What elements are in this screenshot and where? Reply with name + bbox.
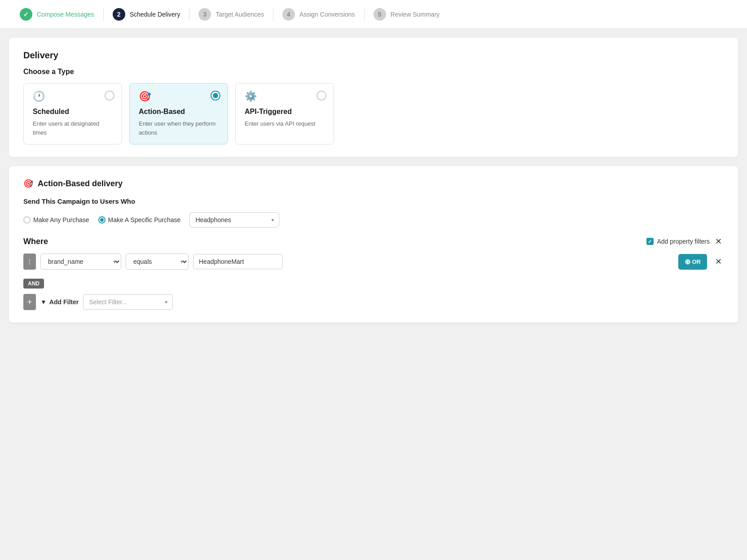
action-based-icon: 🎯 [139,91,219,102]
add-filter-text: Add Filter [49,298,79,306]
api-triggered-desc: Enter users via API request [245,119,325,128]
scheduled-radio[interactable] [105,91,114,101]
specific-purchase-label: Make A Specific Purchase [108,216,181,223]
main-content: Delivery Choose a Type 🕐 Scheduled Enter… [0,29,747,332]
scheduled-name: Scheduled [33,108,113,116]
property-filters-close[interactable]: ✕ [713,236,724,246]
scheduled-icon: 🕐 [33,91,113,102]
add-filter-icon-btn[interactable]: + [23,294,36,310]
select-filter-dropdown[interactable]: Select Filter... [83,294,173,310]
funnel-icon: ▼ [40,298,47,306]
any-purchase-circle [23,216,31,223]
step1-circle: ✓ [20,8,32,21]
api-triggered-name: API-Triggered [245,108,325,116]
delivery-type-action-based[interactable]: 🎯 Action-Based Enter user when they perf… [129,83,228,144]
step3-circle: 3 [198,8,211,21]
delivery-card: Delivery Choose a Type 🕐 Scheduled Enter… [9,38,738,157]
property-filters-row: Add property filters ✕ [646,236,724,246]
step4-circle: 4 [282,8,295,21]
step5-circle: 5 [374,8,386,21]
action-based-radio[interactable] [211,91,220,101]
action-based-desc: Enter user when they perform actions [139,119,219,137]
filter-row-1: ⋮ brand_name equals ⊕ OR ✕ [23,254,724,270]
property-filters-label: Add property filters [657,238,710,245]
select-filter-wrapper[interactable]: Select Filter... [83,294,173,310]
add-filter-row: + ▼ Add Filter Select Filter... [23,294,724,310]
action-based-header-icon: 🎯 [23,179,33,188]
equals-wrapper[interactable]: equals [126,254,189,270]
headphones-dropdown-wrapper[interactable]: Headphones [189,212,279,228]
delivery-title: Delivery [23,50,724,61]
and-badge: AND [23,279,44,289]
headphones-select[interactable]: Headphones [189,212,279,228]
filter-drag-handle[interactable]: ⋮ [23,254,36,270]
api-triggered-icon: ⚙️ [245,91,325,102]
nav-step-target[interactable]: 3 Target Audiences [189,0,272,28]
brand-name-select[interactable]: brand_name [40,254,121,270]
property-filters-checkbox[interactable] [646,238,654,245]
where-header: Where Add property filters ✕ [23,236,724,246]
nav-step-schedule[interactable]: 2 Schedule Delivery [104,0,189,28]
step1-label: Compose Messages [37,11,94,18]
or-label: OR [692,258,701,265]
filter-value-input[interactable] [193,254,283,269]
any-purchase-label: Make Any Purchase [33,216,89,223]
or-button[interactable]: ⊕ OR [678,254,707,270]
delivery-type-api-triggered[interactable]: ⚙️ API-Triggered Enter users via API req… [235,83,334,144]
add-filter-label: ▼ Add Filter [40,298,79,306]
nav-step-compose[interactable]: ✓ Compose Messages [11,0,103,28]
or-plus-icon: ⊕ [685,258,690,266]
delivery-types-container: 🕐 Scheduled Enter users at designated ti… [23,83,724,144]
step5-label: Review Summary [391,11,440,18]
api-triggered-radio[interactable] [316,91,326,101]
step2-circle: 2 [113,8,125,21]
where-title: Where [23,237,48,246]
action-based-name: Action-Based [139,108,219,116]
nav-step-conversions[interactable]: 4 Assign Conversions [273,0,364,28]
top-navigation: ✓ Compose Messages 2 Schedule Delivery 3… [0,0,747,29]
purchase-radio-group: Make Any Purchase Make A Specific Purcha… [23,212,724,228]
step2-label: Schedule Delivery [130,11,180,18]
scheduled-desc: Enter users at designated times [33,119,113,137]
campaign-subtitle: Send This Campaign to Users Who [23,197,724,205]
nav-step-review[interactable]: 5 Review Summary [365,0,449,28]
radio-any-purchase[interactable]: Make Any Purchase [23,216,89,223]
delivery-type-scheduled[interactable]: 🕐 Scheduled Enter users at designated ti… [23,83,122,144]
action-based-header: 🎯 Action-Based delivery [23,179,724,188]
specific-purchase-circle [98,216,105,223]
filter-row-close[interactable]: ✕ [713,257,724,267]
equals-select[interactable]: equals [126,254,189,270]
brand-name-wrapper[interactable]: brand_name [40,254,121,270]
action-based-header-title: Action-Based delivery [38,179,123,188]
action-based-delivery-card: 🎯 Action-Based delivery Send This Campai… [9,166,738,323]
radio-specific-purchase[interactable]: Make A Specific Purchase [98,216,181,223]
choose-type-label: Choose a Type [23,68,724,76]
step4-label: Assign Conversions [299,11,355,18]
step3-label: Target Audiences [215,11,264,18]
